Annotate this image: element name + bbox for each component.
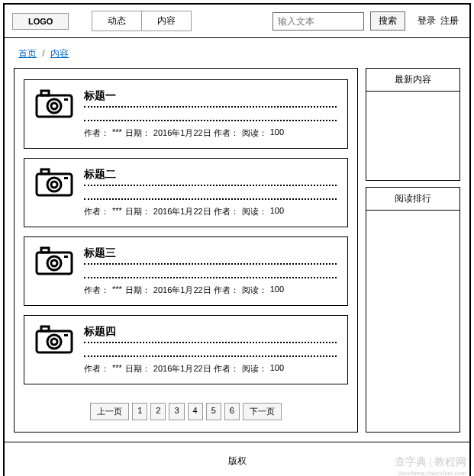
article-meta: 作者：*** 日期：2016年1月22日 作者： 阅读：100: [84, 285, 337, 296]
author-value: ***: [112, 127, 122, 139]
breadcrumb-sep: /: [42, 48, 44, 59]
page-number[interactable]: 1: [132, 403, 147, 420]
reads-label: 阅读：: [242, 285, 267, 296]
author-value: ***: [112, 285, 122, 296]
search-button[interactable]: 搜索: [370, 11, 405, 31]
article-meta: 作者：*** 日期：2016年1月22日 作者： 阅读：100: [84, 363, 337, 375]
date-label: 日期：: [125, 285, 150, 296]
article-title[interactable]: 标题二: [84, 168, 337, 186]
article-body: 标题一 作者：*** 日期：2016年1月22日 作者： 阅读：100: [84, 89, 337, 139]
svg-point-13: [51, 260, 57, 266]
article-excerpt: [84, 268, 337, 278]
reads-value: 100: [270, 285, 284, 296]
main-content: 标题一 作者：*** 日期：2016年1月22日 作者： 阅读：100 标题二: [14, 68, 358, 433]
article-title[interactable]: 标题三: [84, 246, 337, 265]
svg-rect-11: [41, 248, 49, 252]
article-excerpt: [84, 189, 337, 200]
page-number[interactable]: 3: [169, 403, 184, 420]
svg-point-18: [51, 339, 57, 345]
page-prev[interactable]: 上一页: [90, 403, 129, 420]
date-value: 2016年1月22日 作者：: [153, 285, 239, 296]
login-link[interactable]: 登录: [418, 14, 436, 27]
svg-point-17: [47, 335, 61, 349]
page-number[interactable]: 2: [150, 403, 166, 420]
author-label: 作者：: [84, 363, 109, 375]
author-value: ***: [112, 206, 122, 217]
reads-value: 100: [270, 206, 284, 217]
author-label: 作者：: [84, 127, 109, 139]
reads-label: 阅读：: [242, 363, 267, 375]
svg-rect-9: [64, 177, 68, 179]
camera-icon: [35, 89, 73, 118]
author-label: 作者：: [84, 285, 109, 296]
article-body: 标题二 作者：*** 日期：2016年1月22日 作者： 阅读：100: [84, 168, 337, 217]
pagination: 上一页 1 2 3 4 5 6 下一页: [24, 403, 348, 420]
date-value: 2016年1月22日 作者：: [153, 127, 239, 139]
search-input[interactable]: [272, 12, 364, 31]
nav-item-dynamic[interactable]: 动态: [92, 11, 142, 31]
breadcrumb: 首页 / 内容: [5, 38, 469, 68]
svg-point-12: [47, 256, 61, 270]
article-item[interactable]: 标题一 作者：*** 日期：2016年1月22日 作者： 阅读：100: [24, 79, 348, 149]
article-meta: 作者：*** 日期：2016年1月22日 作者： 阅读：100: [84, 127, 337, 139]
author-label: 作者：: [84, 206, 109, 217]
copyright: 版权: [228, 455, 247, 466]
reads-label: 阅读：: [242, 206, 267, 217]
article-title[interactable]: 标题一: [84, 89, 337, 108]
svg-rect-14: [64, 256, 68, 258]
auth-links: 登录 注册: [418, 14, 459, 27]
breadcrumb-current[interactable]: 内容: [50, 48, 69, 59]
sidebar-latest: 最新内容: [366, 68, 460, 181]
article-excerpt: [84, 111, 337, 121]
date-label: 日期：: [125, 206, 150, 217]
article-item[interactable]: 标题二 作者：*** 日期：2016年1月22日 作者： 阅读：100: [24, 158, 348, 227]
reads-value: 100: [270, 127, 284, 139]
camera-icon: [35, 168, 73, 197]
sidebar-ranking: 阅读排行: [366, 187, 460, 433]
camera-icon: [35, 246, 73, 275]
svg-point-7: [47, 178, 61, 191]
reads-label: 阅读：: [242, 127, 267, 139]
breadcrumb-home[interactable]: 首页: [18, 48, 37, 59]
svg-point-3: [51, 103, 57, 109]
svg-rect-16: [41, 326, 49, 331]
date-value: 2016年1月22日 作者：: [153, 206, 239, 217]
reads-value: 100: [270, 363, 284, 375]
nav: 动态 内容: [92, 11, 192, 31]
sidebar-ranking-title: 阅读排行: [366, 188, 459, 211]
page-number[interactable]: 4: [188, 403, 203, 420]
sidebar-latest-title: 最新内容: [366, 69, 459, 92]
article-title[interactable]: 标题四: [84, 325, 337, 343]
svg-rect-19: [64, 334, 68, 336]
camera-icon: [35, 325, 73, 354]
register-link[interactable]: 注册: [440, 14, 459, 27]
footer: 版权: [5, 442, 469, 476]
article-excerpt: [84, 346, 337, 357]
svg-rect-1: [41, 91, 49, 95]
svg-point-2: [47, 99, 61, 113]
svg-point-8: [51, 182, 57, 188]
sidebar: 最新内容 阅读排行: [366, 68, 460, 433]
article-meta: 作者：*** 日期：2016年1月22日 作者： 阅读：100: [84, 206, 337, 217]
date-value: 2016年1月22日 作者：: [153, 363, 239, 375]
logo: LOGO: [12, 13, 69, 30]
search-group: 搜索 登录 注册: [272, 11, 462, 31]
author-value: ***: [112, 363, 122, 375]
article-body: 标题四 作者：*** 日期：2016年1月22日 作者： 阅读：100: [84, 325, 337, 375]
article-item[interactable]: 标题四 作者：*** 日期：2016年1月22日 作者： 阅读：100: [24, 315, 348, 384]
header: LOGO 动态 内容 搜索 登录 注册: [5, 5, 469, 38]
date-label: 日期：: [125, 127, 150, 139]
page-next[interactable]: 下一页: [243, 403, 282, 420]
article-body: 标题三 作者：*** 日期：2016年1月22日 作者： 阅读：100: [84, 246, 337, 296]
date-label: 日期：: [125, 363, 150, 375]
svg-rect-4: [64, 98, 68, 101]
article-item[interactable]: 标题三 作者：*** 日期：2016年1月22日 作者： 阅读：100: [24, 236, 348, 306]
svg-rect-6: [41, 169, 49, 174]
nav-item-content[interactable]: 内容: [141, 11, 192, 31]
page-number[interactable]: 6: [224, 403, 240, 420]
page-number[interactable]: 5: [206, 403, 221, 420]
